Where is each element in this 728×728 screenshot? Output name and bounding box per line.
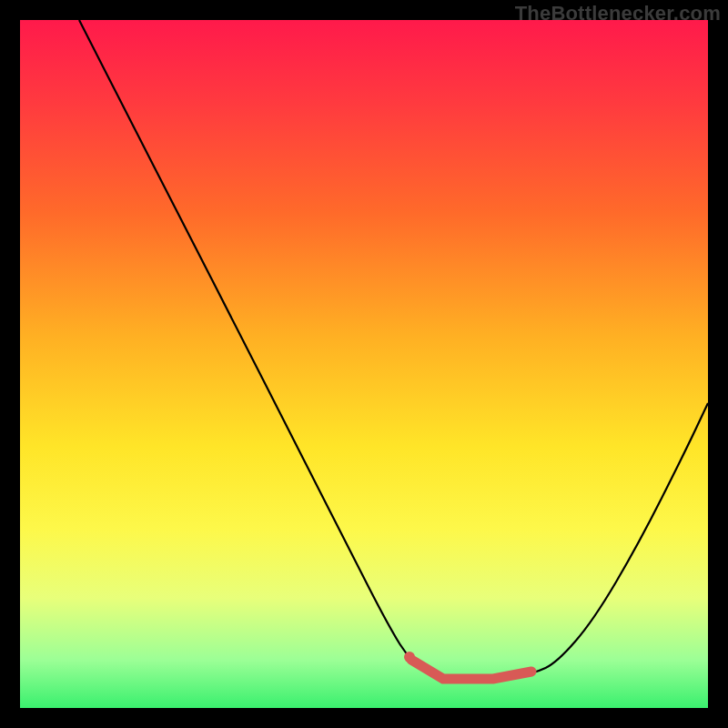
plot-svg	[20, 20, 708, 708]
optimal-start-dot	[404, 652, 415, 662]
bottleneck-curve	[79, 20, 708, 681]
optimal-range-highlight	[411, 660, 531, 679]
